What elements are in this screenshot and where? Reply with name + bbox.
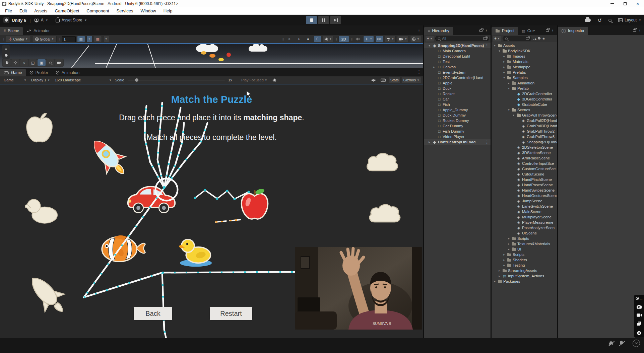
open-search-window-icon[interactable] bbox=[484, 37, 487, 40]
foldout-arrow[interactable] bbox=[498, 274, 501, 278]
lock-icon[interactable] bbox=[546, 29, 549, 32]
snap-increment-options[interactable]: ▼ bbox=[103, 36, 109, 42]
play-stop-button[interactable] bbox=[306, 16, 317, 24]
tab-scene[interactable]: # Scene bbox=[0, 27, 23, 35]
debugger-disabled-icon[interactable] bbox=[608, 340, 614, 347]
lock-icon[interactable] bbox=[479, 29, 482, 32]
foldout-arrow[interactable] bbox=[502, 55, 506, 58]
status-collapse-icon[interactable] bbox=[633, 340, 640, 347]
settings-gear-icon[interactable] bbox=[636, 330, 642, 336]
project-row[interactable]: GrabPullThrow3 bbox=[492, 134, 557, 139]
hierarchy-search-input[interactable] bbox=[442, 37, 482, 41]
tab-profiler[interactable]: Profiler bbox=[26, 69, 52, 76]
hand-tool-icon[interactable] bbox=[4, 53, 8, 57]
panel-menu-icon[interactable]: ⋮ bbox=[484, 28, 489, 33]
foldout-arrow[interactable] bbox=[428, 140, 431, 144]
project-row[interactable]: GrabPull3D(Hand bbox=[492, 123, 557, 129]
menu-item[interactable]: GameObject bbox=[51, 8, 83, 13]
custom-tool-button[interactable] bbox=[55, 59, 63, 66]
menu-item[interactable]: Window bbox=[137, 8, 159, 13]
hierarchy-row[interactable]: Duck Dummy ⋮ bbox=[424, 113, 491, 118]
maximize-button[interactable] bbox=[619, 0, 631, 7]
play-focused-dropdown[interactable]: Play Focused ▼ bbox=[240, 77, 269, 83]
stats-button[interactable]: Stats bbox=[389, 77, 400, 83]
tool-orientation-dropdown[interactable]: Global ▼ bbox=[32, 36, 57, 42]
project-row[interactable]: Snapping2D(Hand bbox=[492, 139, 557, 145]
hierarchy-row[interactable]: Rocket Dummy ⋮ bbox=[424, 118, 491, 123]
project-row[interactable]: GrabableCube bbox=[492, 102, 557, 107]
scale-slider-knob[interactable] bbox=[135, 78, 138, 82]
foldout-arrow[interactable] bbox=[502, 60, 506, 63]
project-row[interactable]: 3DSkeltonScene bbox=[492, 150, 557, 155]
project-row[interactable]: HeadGesturesScene bbox=[492, 193, 557, 198]
foldout-arrow[interactable] bbox=[507, 248, 511, 251]
frame-debugger-icon[interactable] bbox=[270, 77, 278, 83]
drag-handle[interactable]: ‖ bbox=[59, 37, 60, 41]
scene-visibility-toggle[interactable] bbox=[375, 36, 383, 42]
foldout-arrow[interactable] bbox=[507, 237, 511, 240]
hierarchy-row[interactable]: Apple ⋮ bbox=[424, 80, 491, 86]
foldout-arrow[interactable] bbox=[432, 65, 436, 69]
scene-viewport[interactable]: ≡ ○ ◲ ▣ bbox=[0, 44, 423, 68]
project-row[interactable]: GrabPullThrowScene bbox=[492, 113, 557, 118]
hierarchy-row[interactable]: Directional Light ⋮ bbox=[424, 54, 491, 59]
hierarchy-row[interactable]: DontDestroyOnLoad ⋮ bbox=[424, 139, 491, 145]
debug-draw-dropdown[interactable]: ▼ bbox=[323, 36, 333, 42]
project-row[interactable]: ArmRaiseScene bbox=[492, 155, 557, 161]
capture-menu-icon[interactable]: … bbox=[635, 296, 643, 300]
hierarchy-row[interactable]: Video Player ⋮ bbox=[424, 134, 491, 139]
menu-item[interactable]: Component bbox=[83, 8, 113, 13]
layout-dropdown[interactable]: Layout ▼ bbox=[618, 18, 641, 22]
scene-lighting-toggle[interactable]: ☾ bbox=[313, 36, 321, 42]
display-dropdown[interactable]: Display 1 ▼ bbox=[29, 77, 52, 83]
grid-snap-options[interactable]: ▼ bbox=[86, 36, 92, 42]
tab-inspector[interactable]: i Inspector bbox=[558, 27, 588, 35]
hierarchy-row[interactable]: Duck ⋮ bbox=[424, 86, 491, 91]
project-row[interactable]: MultiplayerScene bbox=[492, 214, 557, 220]
foldout-arrow[interactable] bbox=[502, 264, 506, 267]
foldout-arrow[interactable] bbox=[507, 108, 511, 112]
foldout-arrow[interactable] bbox=[502, 258, 506, 262]
create-object-button[interactable]: +▼ bbox=[426, 36, 434, 42]
project-search[interactable] bbox=[503, 36, 531, 41]
search-by-label-icon[interactable] bbox=[538, 37, 541, 40]
screenshot-camera-icon[interactable] bbox=[636, 304, 642, 309]
back-button[interactable]: Back bbox=[133, 307, 173, 321]
dock-menu-icon[interactable]: ⋮ bbox=[417, 28, 421, 33]
project-row[interactable]: JumpScene bbox=[492, 198, 557, 204]
project-row[interactable]: GrabPullThrow2 bbox=[492, 129, 557, 134]
snap-increment-button[interactable]: ▦ bbox=[94, 36, 102, 42]
project-row[interactable]: 3DGrabController bbox=[492, 96, 557, 102]
foldout-arrow[interactable] bbox=[428, 44, 431, 47]
dock-menu-icon[interactable]: ⋮ bbox=[417, 69, 421, 74]
hierarchy-row[interactable]: Fish Dummy ⋮ bbox=[424, 129, 491, 134]
project-row[interactable]: HandPosesScene bbox=[492, 182, 557, 188]
close-button[interactable]: × bbox=[631, 0, 644, 7]
video-record-icon[interactable] bbox=[636, 313, 642, 317]
shading-wireframe-button[interactable]: ○ bbox=[285, 36, 293, 42]
aspect-ratio-dropdown[interactable]: 16:9 Landscape ▼ bbox=[53, 77, 113, 83]
project-row[interactable]: MainScene bbox=[492, 209, 557, 214]
notifications-disabled-icon[interactable] bbox=[619, 340, 624, 347]
hierarchy-row[interactable]: 2DGrabController(Hand ⋮ bbox=[424, 75, 491, 80]
drag-handle[interactable]: ‖ bbox=[335, 37, 336, 41]
project-row[interactable]: LaneSwitchScene bbox=[492, 204, 557, 209]
step-button[interactable] bbox=[330, 16, 341, 24]
project-row[interactable]: HandSwipesScene bbox=[492, 188, 557, 193]
project-row[interactable]: CutoutScene bbox=[492, 171, 557, 177]
shading-shaded-button[interactable]: ● bbox=[304, 36, 312, 42]
hierarchy-row[interactable]: EventSystem ⋮ bbox=[424, 70, 491, 75]
project-row[interactable]: Prefabs bbox=[492, 70, 557, 75]
account-dropdown[interactable]: A ▼ bbox=[34, 18, 48, 22]
hierarchy-row[interactable]: Test ⋮ bbox=[424, 59, 491, 64]
foldout-arrow[interactable] bbox=[498, 269, 501, 272]
project-row[interactable]: Scenes bbox=[492, 107, 557, 113]
create-asset-button[interactable]: +▼ bbox=[493, 36, 501, 42]
foldout-arrow[interactable] bbox=[507, 87, 511, 90]
restart-button[interactable]: Restart bbox=[209, 307, 253, 321]
menu-item[interactable]: Edit bbox=[16, 8, 30, 13]
hierarchy-row[interactable]: Canvas ⋮ bbox=[424, 64, 491, 70]
grid-snap-button[interactable]: ▦ bbox=[77, 36, 85, 42]
project-row[interactable]: Packages bbox=[492, 279, 557, 284]
scale-slider[interactable] bbox=[128, 80, 225, 80]
